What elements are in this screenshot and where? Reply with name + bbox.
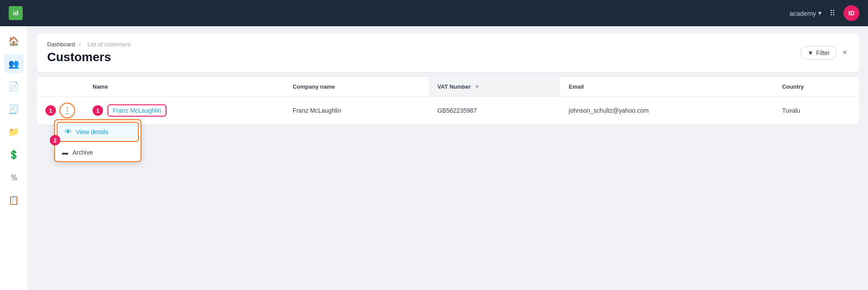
logo: id xyxy=(9,6,23,20)
invoices-icon: 🧾 xyxy=(8,104,19,114)
main-layout: 🏠 👥 📄 🧾 📁 💲 ％ 📋 Dashboard xyxy=(0,26,868,290)
view-details-option[interactable]: 👁 View details xyxy=(57,122,139,142)
filter-close-button[interactable]: × xyxy=(840,48,849,57)
money-icon: 💲 xyxy=(8,149,19,160)
step1-name-badge: 1 xyxy=(93,105,103,116)
country-cell: Tuvalu xyxy=(773,97,859,125)
table-header-row: Name Company name VAT Number ▼ Email Cou… xyxy=(37,77,859,97)
company-name-cell: Franz McLaughlin xyxy=(284,97,428,125)
col-header-company: Company name xyxy=(284,77,428,97)
sidebar-item-percent[interactable]: ％ xyxy=(4,168,24,187)
reports-icon: 📋 xyxy=(8,195,19,205)
avatar[interactable]: ID xyxy=(844,5,859,21)
workspace-name: academy xyxy=(789,10,816,17)
sidebar-item-documents[interactable]: 📄 xyxy=(4,77,24,96)
archive-option[interactable]: ▬ Archive xyxy=(55,144,141,161)
sidebar-item-home[interactable]: 🏠 xyxy=(4,31,24,51)
step1-badge: 1 xyxy=(45,105,56,116)
filter-button[interactable]: ▼ Filter xyxy=(800,46,837,60)
filter-icon: ▼ xyxy=(808,49,814,56)
page-title: Customers xyxy=(47,50,133,64)
col-header-country: Country xyxy=(773,77,859,97)
home-icon: 🏠 xyxy=(8,36,19,46)
breadcrumb-separator: / xyxy=(79,41,81,48)
action-cell: 1 ⋮ 👁 View details xyxy=(37,97,84,125)
customers-icon: 👥 xyxy=(8,59,19,69)
percent-icon: ％ xyxy=(10,172,18,183)
header-card: Dashboard / List of customers Customers … xyxy=(37,33,859,72)
eye-icon: 👁 xyxy=(65,128,72,136)
col-header-name: Name xyxy=(84,77,284,97)
filter-label: Filter xyxy=(816,49,830,56)
sidebar-item-files[interactable]: 📁 xyxy=(4,122,24,142)
three-dots-icon: ⋮ xyxy=(63,106,71,115)
apps-grid-icon[interactable]: ⠿ xyxy=(830,8,836,18)
archive-label: Archive xyxy=(72,149,93,156)
row-actions-button[interactable]: ⋮ xyxy=(59,103,75,118)
breadcrumb: Dashboard / List of customers xyxy=(47,41,133,48)
vat-number-cell: GB562235987 xyxy=(429,97,560,125)
breadcrumb-home[interactable]: Dashboard xyxy=(47,41,75,48)
sidebar: 🏠 👥 📄 🧾 📁 💲 ％ 📋 xyxy=(0,26,28,290)
content-area: Dashboard / List of customers Customers … xyxy=(28,26,868,290)
files-icon: 📁 xyxy=(8,127,19,137)
top-navigation: id academy ▾ ⠿ ID xyxy=(0,0,868,26)
archive-icon: ▬ xyxy=(62,149,68,156)
sidebar-item-money[interactable]: 💲 xyxy=(4,145,24,164)
table-card: Name Company name VAT Number ▼ Email Cou… xyxy=(37,77,859,125)
email-cell: johnson_schultz@yahoo.com xyxy=(560,97,774,125)
breadcrumb-current: List of customers xyxy=(87,41,130,48)
sort-arrow-icon: ▼ xyxy=(474,83,480,90)
sidebar-item-invoices[interactable]: 🧾 xyxy=(4,100,24,119)
row-dropdown-menu: 👁 View details ▬ Archive xyxy=(54,119,141,162)
filter-area: ▼ Filter × xyxy=(800,46,849,60)
documents-icon: 📄 xyxy=(8,81,19,92)
col-header-vat: VAT Number ▼ xyxy=(429,77,560,97)
chevron-down-icon: ▾ xyxy=(818,9,822,17)
table-row: 1 ⋮ 👁 View details xyxy=(37,97,859,125)
col-header-actions xyxy=(37,77,84,97)
sidebar-item-customers[interactable]: 👥 xyxy=(4,54,24,73)
customers-table: Name Company name VAT Number ▼ Email Cou… xyxy=(37,77,859,125)
workspace-selector[interactable]: academy ▾ xyxy=(789,9,822,17)
sidebar-item-reports[interactable]: 📋 xyxy=(4,190,24,210)
view-details-label: View details xyxy=(76,128,108,135)
customer-name-highlighted[interactable]: Franz McLaughlin xyxy=(107,104,166,117)
col-header-email: Email xyxy=(560,77,774,97)
